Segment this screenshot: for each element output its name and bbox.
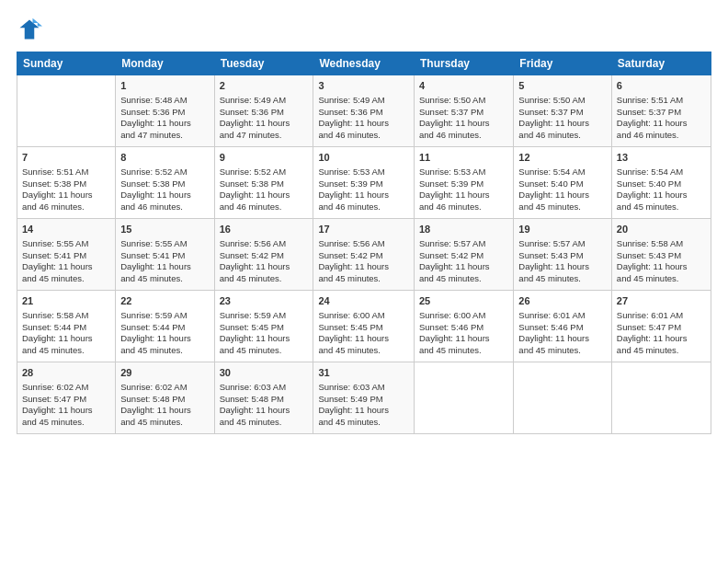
day-cell: 10Sunrise: 5:53 AMSunset: 5:39 PMDayligh… <box>313 147 415 219</box>
day-cell: 23Sunrise: 5:59 AMSunset: 5:45 PMDayligh… <box>214 291 313 362</box>
day-number: 1 <box>120 79 209 93</box>
day-cell: 24Sunrise: 6:00 AMSunset: 5:45 PMDayligh… <box>313 291 415 362</box>
day-info-line: Daylight: 11 hours <box>617 333 706 345</box>
day-info-line: and 45 minutes. <box>22 417 110 429</box>
day-number: 24 <box>318 294 409 308</box>
day-info-line: and 45 minutes. <box>518 201 607 213</box>
day-cell <box>415 362 514 434</box>
day-cell: 29Sunrise: 6:02 AMSunset: 5:48 PMDayligh… <box>116 362 214 434</box>
day-number: 23 <box>220 294 309 308</box>
col-header-tuesday: Tuesday <box>214 52 313 75</box>
day-info-line: Sunrise: 6:03 AM <box>318 382 409 394</box>
day-number: 29 <box>120 366 209 380</box>
day-info-line: Sunrise: 6:02 AM <box>22 382 110 394</box>
day-number: 10 <box>318 151 409 165</box>
day-cell: 21Sunrise: 5:58 AMSunset: 5:44 PMDayligh… <box>17 291 116 362</box>
day-number: 9 <box>220 151 309 165</box>
day-info-line: Daylight: 11 hours <box>518 190 607 201</box>
day-info-line: Daylight: 11 hours <box>518 118 607 130</box>
day-number: 31 <box>318 366 409 380</box>
day-info-line: and 45 minutes. <box>220 345 309 357</box>
day-cell: 3Sunrise: 5:49 AMSunset: 5:36 PMDaylight… <box>313 75 415 147</box>
day-info-line: Daylight: 11 hours <box>617 261 706 273</box>
week-row-3: 14Sunrise: 5:55 AMSunset: 5:41 PMDayligh… <box>17 219 711 291</box>
day-info-line: Sunrise: 5:53 AM <box>419 167 508 178</box>
day-info-line: Sunrise: 5:52 AM <box>120 167 209 178</box>
day-info-line: and 47 minutes. <box>120 130 209 142</box>
day-cell: 22Sunrise: 5:59 AMSunset: 5:44 PMDayligh… <box>116 291 214 362</box>
day-info-line: Sunset: 5:48 PM <box>120 394 209 406</box>
day-info-line: Sunrise: 5:51 AM <box>22 167 110 178</box>
day-cell <box>611 362 711 434</box>
logo-icon <box>17 17 42 42</box>
day-info-line: Daylight: 11 hours <box>120 190 209 201</box>
day-info-line: Daylight: 11 hours <box>419 190 508 201</box>
day-info-line: Sunset: 5:36 PM <box>318 107 409 119</box>
day-cell: 5Sunrise: 5:50 AMSunset: 5:37 PMDaylight… <box>514 75 612 147</box>
day-info-line: and 46 minutes. <box>220 201 309 213</box>
day-info-line: and 45 minutes. <box>220 417 309 429</box>
day-number: 16 <box>220 223 309 236</box>
day-number: 13 <box>617 151 706 165</box>
logo <box>17 17 46 42</box>
day-info-line: Daylight: 11 hours <box>120 118 209 130</box>
day-info-line: Sunset: 5:46 PM <box>419 322 508 334</box>
day-info-line: Sunrise: 5:57 AM <box>419 238 508 250</box>
day-info-line: and 45 minutes. <box>617 273 706 285</box>
day-info-line: and 46 minutes. <box>120 201 209 213</box>
day-number: 17 <box>318 223 409 236</box>
day-info-line: and 46 minutes. <box>419 201 508 213</box>
day-info-line: Sunrise: 5:58 AM <box>22 310 110 322</box>
day-cell: 9Sunrise: 5:52 AMSunset: 5:38 PMDaylight… <box>214 147 313 219</box>
day-info-line: Daylight: 11 hours <box>220 190 309 201</box>
day-info-line: Daylight: 11 hours <box>220 118 309 130</box>
day-info-line: and 46 minutes. <box>617 130 706 142</box>
day-cell: 8Sunrise: 5:52 AMSunset: 5:38 PMDaylight… <box>116 147 214 219</box>
day-cell: 12Sunrise: 5:54 AMSunset: 5:40 PMDayligh… <box>514 147 612 219</box>
day-info-line: Daylight: 11 hours <box>22 333 110 345</box>
day-info-line: Sunrise: 5:55 AM <box>120 238 209 250</box>
day-info-line: Sunrise: 5:50 AM <box>419 95 508 107</box>
day-info-line: Sunset: 5:44 PM <box>120 322 209 334</box>
day-info-line: Daylight: 11 hours <box>318 261 409 273</box>
day-cell: 13Sunrise: 5:54 AMSunset: 5:40 PMDayligh… <box>611 147 711 219</box>
day-number: 21 <box>22 294 110 308</box>
day-info-line: and 45 minutes. <box>419 273 508 285</box>
day-cell: 11Sunrise: 5:53 AMSunset: 5:39 PMDayligh… <box>415 147 514 219</box>
day-cell: 19Sunrise: 5:57 AMSunset: 5:43 PMDayligh… <box>514 219 612 291</box>
day-cell: 6Sunrise: 5:51 AMSunset: 5:37 PMDaylight… <box>611 75 711 147</box>
day-info-line: Sunrise: 6:01 AM <box>617 310 706 322</box>
day-info-line: Sunrise: 5:55 AM <box>22 238 110 250</box>
col-header-wednesday: Wednesday <box>313 52 415 75</box>
day-info-line: and 46 minutes. <box>518 130 607 142</box>
day-number: 30 <box>220 366 309 380</box>
day-info-line: Sunrise: 5:51 AM <box>617 95 706 107</box>
day-number: 4 <box>419 79 508 93</box>
day-info-line: and 46 minutes. <box>318 130 409 142</box>
day-info-line: Sunset: 5:43 PM <box>617 250 706 262</box>
day-number: 8 <box>120 151 209 165</box>
day-number: 25 <box>419 294 508 308</box>
day-info-line: Sunset: 5:45 PM <box>220 322 309 334</box>
week-row-5: 28Sunrise: 6:02 AMSunset: 5:47 PMDayligh… <box>17 362 711 434</box>
day-cell: 26Sunrise: 6:01 AMSunset: 5:46 PMDayligh… <box>514 291 612 362</box>
day-number: 3 <box>318 79 409 93</box>
week-row-4: 21Sunrise: 5:58 AMSunset: 5:44 PMDayligh… <box>17 291 711 362</box>
day-cell: 2Sunrise: 5:49 AMSunset: 5:36 PMDaylight… <box>214 75 313 147</box>
day-info-line: Sunset: 5:49 PM <box>318 394 409 406</box>
col-header-saturday: Saturday <box>611 52 711 75</box>
day-number: 28 <box>22 366 110 380</box>
col-header-monday: Monday <box>116 52 214 75</box>
day-cell: 31Sunrise: 6:03 AMSunset: 5:49 PMDayligh… <box>313 362 415 434</box>
day-info-line: Sunrise: 5:58 AM <box>617 238 706 250</box>
day-info-line: and 45 minutes. <box>220 273 309 285</box>
day-info-line: Sunrise: 5:59 AM <box>220 310 309 322</box>
day-info-line: and 46 minutes. <box>318 201 409 213</box>
day-info-line: Sunrise: 6:00 AM <box>318 310 409 322</box>
day-number: 12 <box>518 151 607 165</box>
day-info-line: Sunset: 5:42 PM <box>220 250 309 262</box>
col-header-sunday: Sunday <box>17 52 116 75</box>
col-header-friday: Friday <box>514 52 612 75</box>
day-info-line: Sunrise: 5:49 AM <box>220 95 309 107</box>
day-info-line: Sunrise: 5:49 AM <box>318 95 409 107</box>
